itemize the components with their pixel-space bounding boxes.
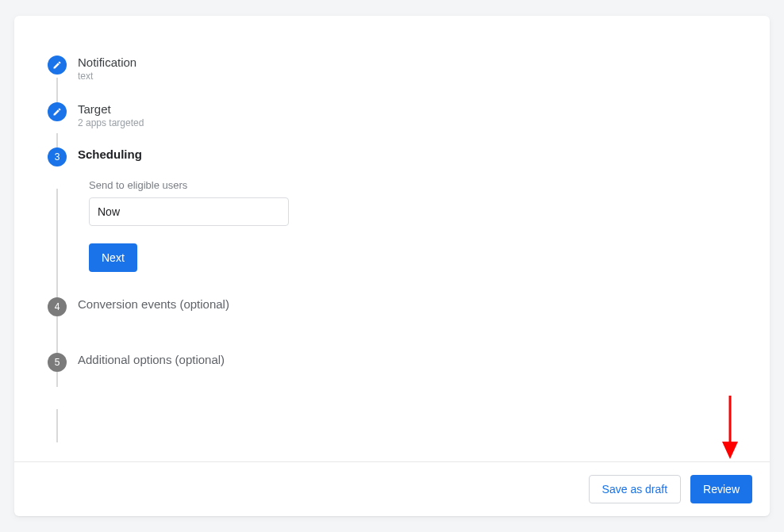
- notification-wizard-card: Notification text Target 2 apps targeted…: [14, 16, 770, 516]
- send-time-select[interactable]: Now: [89, 197, 289, 226]
- connector-line: [56, 409, 58, 442]
- step-title: Conversion events (optional): [78, 297, 229, 311]
- step-title: Target: [78, 102, 144, 116]
- step-subtitle: text: [78, 71, 136, 82]
- next-button[interactable]: Next: [89, 243, 137, 272]
- step-subtitle: 2 apps targeted: [78, 117, 144, 128]
- stepper: Notification text Target 2 apps targeted…: [48, 55, 736, 372]
- step-number-badge: 4: [48, 297, 67, 316]
- step-target[interactable]: Target 2 apps targeted: [48, 102, 736, 147]
- step-title: Scheduling: [78, 147, 142, 161]
- step-number-badge: 5: [48, 353, 67, 372]
- review-button[interactable]: Review: [690, 475, 752, 503]
- pencil-icon: [48, 55, 67, 75]
- step-conversion-events[interactable]: 4 Conversion events (optional): [48, 297, 736, 353]
- step-title: Notification: [78, 55, 136, 69]
- scheduling-content: Send to eligible users Now Next: [78, 166, 767, 272]
- card-footer: Save as draft Review: [14, 461, 770, 516]
- pencil-icon: [48, 102, 67, 121]
- step-number-badge: 3: [48, 147, 67, 166]
- save-as-draft-button[interactable]: Save as draft: [589, 475, 682, 503]
- step-additional-options[interactable]: 5 Additional options (optional): [48, 353, 736, 372]
- step-scheduling: 3 Scheduling Send to eligible users Now …: [48, 147, 736, 297]
- send-to-label: Send to eligible users: [89, 179, 767, 191]
- send-time-value: Now: [98, 205, 120, 218]
- step-title: Additional options (optional): [78, 353, 225, 366]
- card-body: Notification text Target 2 apps targeted…: [14, 16, 770, 461]
- step-notification[interactable]: Notification text: [48, 55, 736, 102]
